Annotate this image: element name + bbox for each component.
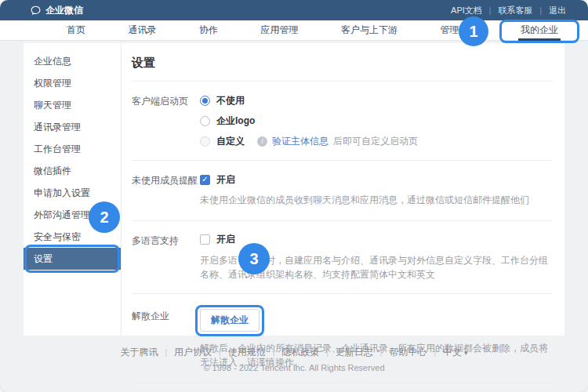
- radio-custom[interactable]: [200, 136, 210, 147]
- top-bar: 企业微信 API文档 | 联系客服 | 退出: [0, 0, 588, 20]
- sidebar-item-settings[interactable]: 设置: [24, 248, 121, 270]
- nav-tab-my-company-label: 我的企业: [521, 24, 558, 35]
- wecom-admin-window: 企业微信 API文档 | 联系客服 | 退出 首页 通讯录 协作 应用管理 客户…: [0, 0, 588, 392]
- checkbox-label: 开启: [216, 233, 235, 246]
- option-custom: 自定义 i 验证主体信息 后即可自定义启动页: [200, 135, 553, 147]
- topbar-link-contact-support[interactable]: 联系客服: [498, 5, 532, 16]
- language-selector[interactable]: 中文 ▾: [443, 346, 468, 359]
- annotation-badge-3: 3: [238, 243, 270, 274]
- language-label: 中文: [443, 346, 462, 359]
- nav-tab-home[interactable]: 首页: [67, 24, 85, 37]
- sidebar-item-settings-label: 设置: [34, 253, 53, 264]
- nav-tab-contacts[interactable]: 通讯录: [129, 24, 157, 37]
- copyright-text: © 1998 - 2022 Tencent Inc. All Rights Re…: [0, 363, 588, 372]
- main-nav: 首页 通讯录 协作 应用管理 客户与上下游 管理工具 我的企业: [0, 20, 588, 41]
- checkbox-label: 开启: [216, 173, 235, 187]
- footer-link-about-tencent[interactable]: 关于腾讯: [120, 346, 158, 359]
- row-label: 未使用成员提醒: [132, 173, 200, 208]
- page-footer: 关于腾讯 | 用户协议 | 使用规范 | 隐私政策 | 更新日志 | 帮助中心 …: [0, 346, 588, 372]
- unused-reminder-description: 未使用企业微信的成员收到聊天消息和应用消息，通过微信或短信邮件提醒他们: [200, 193, 553, 208]
- settings-content: 设置 客户端启动页 不使用 企业logo 自定义: [122, 43, 564, 336]
- topbar-link-logout[interactable]: 退出: [549, 5, 566, 16]
- unused-reminder-checkbox[interactable]: ✓: [200, 175, 210, 185]
- sidebar-item-company-info[interactable]: 企业信息: [24, 50, 121, 72]
- page-title: 设置: [132, 54, 553, 81]
- footer-link-user-agreement[interactable]: 用户协议: [174, 346, 212, 359]
- nav-tab-customers[interactable]: 客户与上下游: [341, 24, 397, 37]
- multilang-checkbox[interactable]: [200, 234, 210, 245]
- row-body: 不使用 企业logo 自定义 i 验证主体信息 后即可自定义启动页: [200, 94, 553, 155]
- annotation-badge-1: 1: [459, 16, 488, 46]
- sidebar-item-workbench[interactable]: 工作台管理: [24, 138, 121, 160]
- separator: |: [380, 348, 383, 357]
- dissolve-company-button[interactable]: 解散企业: [200, 309, 260, 332]
- wecom-logo[interactable]: 企业微信: [30, 4, 83, 17]
- separator: |: [434, 348, 436, 357]
- logo-text: 企业微信: [45, 4, 83, 17]
- option-label: 不使用: [216, 94, 245, 107]
- annotation-badge-2: 2: [89, 201, 120, 233]
- row-client-launch-page: 客户端启动页 不使用 企业logo 自定义 i: [132, 81, 553, 160]
- separator: |: [326, 348, 328, 357]
- nav-tab-my-company[interactable]: 我的企业: [521, 24, 558, 37]
- unused-reminder-toggle: ✓ 开启: [200, 173, 553, 186]
- settings-sidebar: 企业信息 权限管理 聊天管理 通讯录管理 工作台管理 微信插件 申请加入设置 外…: [24, 43, 122, 336]
- sidebar-item-permissions[interactable]: 权限管理: [24, 72, 121, 94]
- footer-link-usage-rules[interactable]: 使用规范: [228, 346, 266, 359]
- option-label: 企业logo: [216, 114, 255, 128]
- option-label: 自定义: [216, 135, 245, 148]
- chat-bubble-icon: [30, 5, 42, 16]
- separator: |: [273, 348, 275, 357]
- row-multilang-support: 多语言支持 开启 开启多语言支持时，自建应用名与介绍、通讯录与对外信息自定义字段…: [132, 220, 553, 293]
- sidebar-item-join-settings[interactable]: 申请加入设置: [24, 182, 121, 204]
- nav-tab-collaboration[interactable]: 协作: [199, 24, 218, 37]
- sidebar-item-contacts-management[interactable]: 通讯录管理: [24, 116, 121, 138]
- note-suffix: 后即可自定义启动页: [333, 135, 418, 148]
- info-icon: i: [257, 136, 267, 147]
- footer-links: 关于腾讯 | 用户协议 | 使用规范 | 隐私政策 | 更新日志 | 帮助中心 …: [0, 346, 588, 359]
- topbar-link-api-docs[interactable]: API文档: [451, 5, 482, 16]
- check-icon: ✓: [201, 176, 208, 183]
- separator: |: [165, 348, 167, 357]
- separator: |: [539, 6, 542, 15]
- footer-link-changelog[interactable]: 更新日志: [336, 346, 373, 359]
- option-company-logo: 企业logo: [200, 114, 553, 127]
- dissolve-button-label: 解散企业: [211, 314, 249, 325]
- nav-tab-apps[interactable]: 应用管理: [261, 24, 299, 37]
- separator: |: [219, 348, 221, 357]
- topbar-links: API文档 | 联系客服 | 退出: [451, 5, 566, 16]
- separator: |: [489, 6, 492, 15]
- chevron-down-icon: ▾: [464, 349, 468, 357]
- sidebar-item-chat-management[interactable]: 聊天管理: [24, 94, 121, 116]
- row-label: 客户端启动页: [132, 94, 200, 155]
- sidebar-item-wechat-plugin[interactable]: 微信插件: [24, 160, 121, 182]
- footer-link-help-center[interactable]: 帮助中心: [389, 346, 426, 359]
- radio-company-logo[interactable]: [200, 116, 210, 126]
- option-no-launch-page: 不使用: [200, 94, 553, 107]
- row-unused-member-reminder: 未使用成员提醒 ✓ 开启 未使用企业微信的成员收到聊天消息和应用消息，通过微信或…: [132, 160, 553, 220]
- footer-link-privacy-policy[interactable]: 隐私政策: [281, 346, 319, 359]
- save-area: 保存更改: [132, 383, 553, 392]
- main-panel: 企业信息 权限管理 聊天管理 通讯录管理 工作台管理 微信插件 申请加入设置 外…: [24, 43, 564, 336]
- row-body: ✓ 开启 未使用企业微信的成员收到聊天消息和应用消息，通过微信或短信邮件提醒他们: [200, 173, 553, 208]
- custom-option-note: i 验证主体信息 后即可自定义启动页: [257, 135, 418, 148]
- verify-identity-link[interactable]: 验证主体信息: [272, 135, 328, 148]
- row-label: 多语言支持: [132, 234, 200, 282]
- radio-no-launch-page[interactable]: [200, 96, 210, 106]
